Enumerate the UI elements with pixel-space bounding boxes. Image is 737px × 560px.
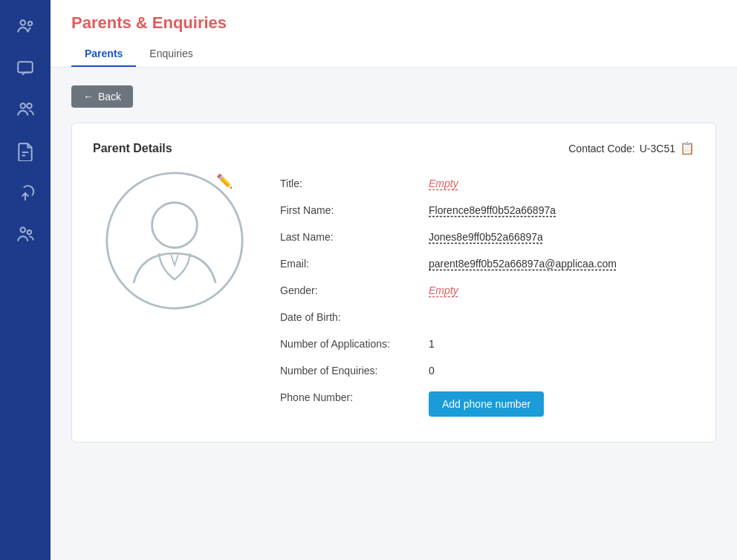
value-num-enquiries: 0 xyxy=(429,365,435,377)
detail-row-phone: Phone Number: Add phone number xyxy=(280,384,695,424)
svg-point-1 xyxy=(28,22,32,25)
svg-point-8 xyxy=(21,227,26,232)
label-dob: Date of Birth: xyxy=(280,311,429,323)
label-lastname: Last Name: xyxy=(280,231,429,243)
tab-enquiries[interactable]: Enquiries xyxy=(136,42,206,67)
sidebar xyxy=(0,0,51,560)
contact-code-label: Contact Code: xyxy=(568,143,635,154)
value-lastname[interactable]: Jones8e9ff0b52a66897a xyxy=(429,231,543,243)
detail-row-dob: Date of Birth: xyxy=(280,304,695,331)
label-firstname: First Name: xyxy=(280,204,429,216)
svg-point-11 xyxy=(152,203,198,248)
detail-row-firstname: First Name: Florence8e9ff0b52a66897a xyxy=(280,197,695,224)
page-content: ← Back Parent Details Contact Code: U-3C… xyxy=(51,68,737,460)
back-button[interactable]: ← Back xyxy=(71,85,133,108)
value-email[interactable]: parent8e9ff0b52a66897a@applicaa.com xyxy=(429,258,617,270)
page-title: Parents & Enquiries xyxy=(71,13,716,33)
svg-point-4 xyxy=(27,103,31,108)
details-section: Title: Empty First Name: Florence8e9ff0b… xyxy=(280,170,695,424)
label-gender: Gender: xyxy=(280,284,429,296)
back-arrow-icon: ← xyxy=(83,91,94,102)
contact-code-value: U-3C51 xyxy=(640,143,675,154)
detail-row-lastname: Last Name: Jones8e9ff0b52a66897a xyxy=(280,224,695,250)
add-phone-button[interactable]: Add phone number xyxy=(429,391,544,417)
value-firstname[interactable]: Florence8e9ff0b52a66897a xyxy=(429,204,556,216)
detail-row-num-enquiries: Number of Enquiries: 0 xyxy=(280,357,695,384)
detail-row-num-applications: Number of Applications: 1 xyxy=(280,331,695,357)
card-header: Parent Details Contact Code: U-3C51 📋 xyxy=(93,141,695,155)
value-gender[interactable]: Empty xyxy=(429,284,458,296)
sidebar-item-people[interactable] xyxy=(7,9,43,45)
main-content: Parents & Enquiries Parents Enquiries ← … xyxy=(51,0,737,560)
sidebar-item-document[interactable] xyxy=(7,134,43,169)
svg-point-3 xyxy=(21,103,26,108)
sidebar-item-team[interactable] xyxy=(7,217,43,253)
svg-point-10 xyxy=(107,173,242,308)
label-num-applications: Number of Applications: xyxy=(280,338,429,350)
svg-point-9 xyxy=(27,230,31,234)
label-phone: Phone Number: xyxy=(280,391,429,403)
detail-row-email: Email: parent8e9ff0b52a66897a@applicaa.c… xyxy=(280,250,695,277)
sidebar-item-cloud[interactable] xyxy=(7,175,43,211)
label-num-enquiries: Number of Enquiries: xyxy=(280,365,429,377)
sidebar-item-chat[interactable] xyxy=(7,51,43,86)
detail-row-title: Title: Empty xyxy=(280,170,695,197)
svg-point-0 xyxy=(21,20,26,25)
sidebar-item-group[interactable] xyxy=(7,92,43,128)
avatar-section: ✏️ xyxy=(93,170,256,424)
detail-row-gender: Gender: Empty xyxy=(280,277,695,304)
card-body: ✏️ Title: Empty xyxy=(93,170,695,424)
label-title: Title: xyxy=(280,178,429,189)
value-num-applications: 1 xyxy=(429,338,435,350)
back-button-label: Back xyxy=(98,91,121,102)
avatar xyxy=(104,170,245,311)
tab-bar: Parents Enquiries xyxy=(71,42,716,67)
header: Parents & Enquiries Parents Enquiries xyxy=(51,0,737,68)
contact-code: Contact Code: U-3C51 📋 xyxy=(568,141,695,155)
edit-avatar-icon[interactable]: ✏️ xyxy=(216,173,233,189)
parent-details-card: Parent Details Contact Code: U-3C51 📋 ✏️ xyxy=(71,123,716,443)
tab-parents[interactable]: Parents xyxy=(71,42,136,67)
card-title: Parent Details xyxy=(93,142,172,155)
label-email: Email: xyxy=(280,258,429,270)
value-title[interactable]: Empty xyxy=(429,178,458,189)
copy-icon[interactable]: 📋 xyxy=(680,141,695,155)
svg-rect-2 xyxy=(18,62,33,72)
